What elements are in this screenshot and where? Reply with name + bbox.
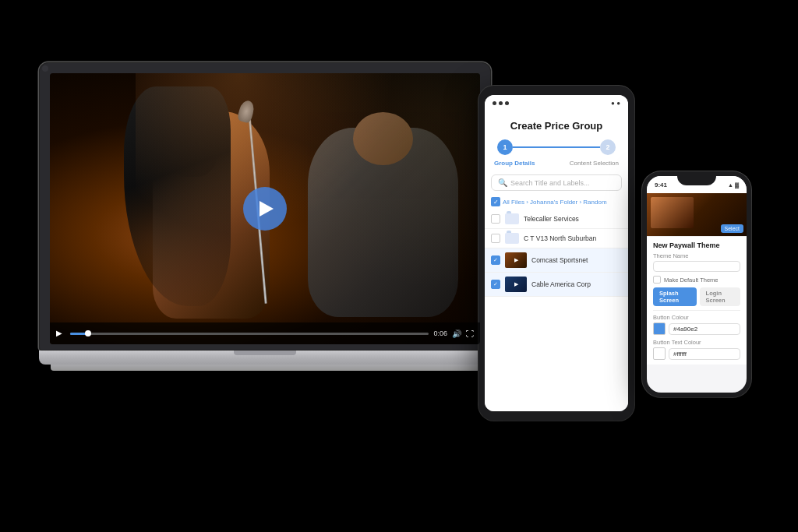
signal-dot-1 (493, 101, 496, 105)
search-icon: 🔍 (498, 178, 507, 187)
folder-icon-1 (505, 213, 519, 224)
default-theme-checkbox[interactable] (653, 276, 661, 284)
phone-paywall-title: New Paywall Theme (653, 241, 740, 249)
step-labels: Group Details Content Selection (485, 160, 628, 171)
battery-icon: ▓ (735, 182, 739, 188)
file-thumb-4 (505, 277, 527, 292)
breadcrumb-checkbox[interactable]: ✓ (491, 197, 500, 206)
check-icon: ✓ (493, 199, 499, 206)
section-divider (653, 310, 740, 311)
video-content: ▶ 0:06 🔊 ⛶ (50, 73, 480, 344)
volume-icon[interactable]: 🔊 (452, 329, 461, 338)
breadcrumb-text: All Files › Johanna's Folder › Random (503, 199, 607, 206)
file-checkbox-3[interactable]: ✓ (491, 255, 500, 265)
phone-tabs: Splash Screen Login Screen (653, 287, 740, 306)
signal-dot-2 (499, 101, 503, 105)
splash-screen-tab[interactable]: Splash Screen (653, 287, 697, 306)
file-item-1[interactable]: Telecaller Services (485, 210, 628, 229)
theme-name-input[interactable] (653, 261, 740, 272)
button-text-color-swatch[interactable] (653, 347, 666, 360)
tablet-modal-title: Create Price Group (485, 111, 628, 136)
tablet-device: ● ● Create Price Group 1 2 Group Details (478, 86, 634, 421)
phone-indicators: ▲ ▓ (728, 182, 739, 188)
wifi-icon: ▲ (728, 182, 733, 188)
fullscreen-icon[interactable]: ⛶ (466, 329, 474, 338)
signal-dot-3 (505, 101, 509, 105)
file-name-4: Cable America Corp (531, 280, 622, 288)
button-text-color-label: Button Text Colour (653, 339, 740, 346)
file-item-2[interactable]: C T V13 North Suburban (485, 229, 628, 248)
button-color-label: Button Colour (653, 314, 740, 321)
tablet-status-bar: ● ● (485, 95, 628, 111)
laptop-device: ▶ 0:06 🔊 ⛶ (39, 62, 491, 389)
tablet-header-text: ● ● (611, 100, 620, 107)
file-name-2: C T V13 North Suburban (524, 234, 622, 242)
default-theme-row: Make Default Theme (653, 276, 740, 284)
file-item-4[interactable]: ✓ Cable America Corp (485, 273, 628, 297)
laptop-hinge (234, 351, 296, 355)
step-1-label: Group Details (494, 160, 535, 167)
file-item-3[interactable]: ✓ Comcast Sportsnet (485, 248, 628, 273)
file-thumb-3 (505, 252, 527, 268)
button-color-value[interactable]: #4a90e2 (669, 323, 740, 335)
theme-name-label: Theme Name (653, 252, 740, 259)
phone-notch (677, 171, 716, 185)
button-text-color-value[interactable]: #ffffff (669, 348, 740, 360)
button-color-row: #4a90e2 (653, 322, 740, 335)
file-checkbox-2[interactable] (491, 234, 500, 243)
video-time: 0:06 (433, 329, 447, 337)
video-controls-bar: ▶ 0:06 🔊 ⛶ (50, 322, 480, 344)
checkmark-4: ✓ (493, 281, 498, 287)
play-icon (260, 201, 274, 217)
search-bar[interactable]: 🔍 Search Title and Labels... (491, 174, 622, 191)
file-checkbox-1[interactable] (491, 214, 500, 224)
progress-fill (70, 333, 88, 335)
stage-light-2 (265, 73, 480, 290)
folder-icon-2 (505, 233, 519, 244)
color-hex-value: #4a90e2 (673, 326, 697, 333)
checkmark-3: ✓ (493, 257, 498, 263)
phone-video-preview (651, 197, 694, 228)
phone-time: 9:41 (655, 181, 667, 188)
laptop-bottom (51, 365, 480, 371)
step-line (513, 146, 600, 148)
login-screen-tab[interactable]: Login Screen (700, 287, 740, 306)
file-name-1: Telecaller Services (524, 215, 622, 223)
file-checkbox-4[interactable]: ✓ (491, 280, 500, 289)
play-pause-control[interactable]: ▶ (56, 329, 65, 338)
phone-device: 9:41 ▲ ▓ Select New Paywall Theme Theme … (642, 171, 751, 397)
tablet-status-dots (493, 101, 509, 105)
file-name-3: Comcast Sportsnet (531, 256, 622, 264)
step-2-label: Content Selection (570, 160, 619, 167)
step-2-circle: 2 (600, 139, 616, 155)
default-theme-label: Make Default Theme (664, 277, 718, 284)
text-color-hex-value: #ffffff (673, 351, 687, 358)
tablet-content: Create Price Group 1 2 Group Details Con… (485, 111, 628, 411)
progress-bar[interactable] (70, 333, 429, 335)
tablet-screen: ● ● Create Price Group 1 2 Group Details (485, 95, 628, 411)
laptop-base (39, 351, 491, 365)
button-text-color-row: #ffffff (653, 347, 740, 360)
laptop-screen-outer: ▶ 0:06 🔊 ⛶ (39, 62, 491, 351)
main-scene: ▶ 0:06 🔊 ⛶ (0, 0, 798, 532)
button-color-swatch[interactable] (653, 322, 666, 335)
laptop-screen-inner: ▶ 0:06 🔊 ⛶ (50, 73, 480, 344)
phone-screen: 9:41 ▲ ▓ Select New Paywall Theme Theme … (647, 176, 747, 393)
video-play-button[interactable] (243, 187, 287, 231)
phone-paywall-section: New Paywall Theme Theme Name Make Defaul… (647, 236, 747, 365)
search-placeholder-text: Search Title and Labels... (510, 179, 590, 187)
phone-video-overlay-button[interactable]: Select (721, 224, 743, 233)
progress-thumb (85, 330, 91, 336)
phone-video-thumbnail: Select (647, 193, 747, 236)
step-1-circle: 1 (497, 139, 513, 155)
stepper-bar: 1 2 (485, 136, 628, 160)
breadcrumb-row: ✓ All Files › Johanna's Folder › Random (485, 194, 628, 210)
